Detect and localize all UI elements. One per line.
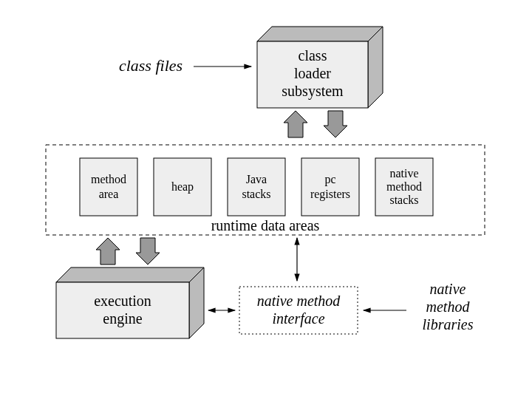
arrow-down-loader	[324, 111, 347, 137]
native-method-libraries-label: native method libraries	[423, 281, 474, 332]
nmi-label-2: interface	[272, 310, 324, 327]
nmi-label-1: native method	[257, 293, 341, 309]
svg-marker-5	[324, 111, 347, 137]
arrow-down-exec	[136, 238, 160, 265]
pc-registers-label-2: registers	[310, 188, 350, 201]
java-stacks-label-2: stacks	[242, 188, 270, 200]
method-area-label-1: method	[91, 173, 126, 185]
class-loader-label-1: class	[299, 47, 327, 64]
pc-registers-label-1: pc	[324, 173, 335, 186]
arrow-up-loader	[284, 111, 307, 137]
execution-engine-box: execution engine	[56, 267, 204, 338]
native-stacks-label-1: native	[389, 167, 418, 180]
heap-label: heap	[171, 180, 194, 194]
class-loader-label-2: loader	[294, 65, 331, 81]
method-area-label-2: area	[99, 188, 119, 200]
native-libs-label-3: libraries	[423, 316, 474, 332]
native-stacks-label-2: method	[386, 180, 422, 193]
svg-rect-6	[80, 158, 137, 216]
svg-marker-13	[56, 267, 204, 282]
native-method-stacks-box: native method stacks	[375, 158, 433, 216]
class-loader-box: class loader subsystem	[257, 27, 383, 108]
java-stacks-box: Java stacks	[228, 158, 285, 216]
svg-marker-4	[284, 111, 307, 137]
svg-marker-1	[368, 27, 383, 108]
heap-box: heap	[154, 158, 211, 216]
native-method-interface-box: native method interface	[239, 287, 358, 334]
native-libs-label-1: native	[430, 281, 466, 297]
java-stacks-label-1: Java	[246, 173, 267, 185]
native-libs-label-2: method	[426, 299, 471, 315]
execution-engine-label-1: execution	[94, 293, 151, 309]
arrow-up-exec	[96, 238, 120, 265]
native-stacks-label-3: stacks	[389, 194, 418, 206]
svg-rect-9	[301, 158, 359, 216]
svg-marker-12	[136, 238, 160, 265]
svg-marker-0	[257, 27, 383, 41]
execution-engine-label-2: engine	[103, 310, 142, 327]
class-loader-label-3: subsystem	[282, 83, 344, 100]
runtime-data-areas-label: runtime data areas	[211, 217, 320, 233]
svg-marker-11	[96, 238, 120, 265]
svg-rect-8	[228, 158, 285, 216]
pc-registers-box: pc registers	[301, 158, 359, 216]
class-files-label: class files	[119, 56, 183, 75]
method-area-box: method area	[80, 158, 137, 216]
